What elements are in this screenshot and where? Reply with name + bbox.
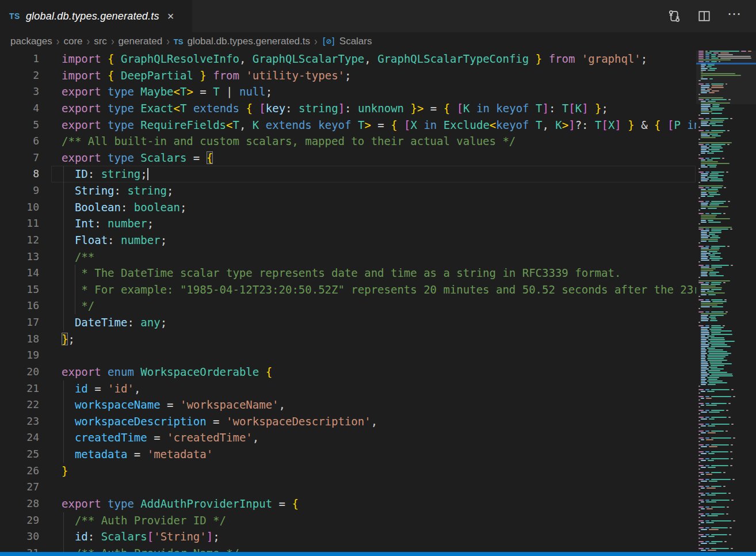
code-line[interactable]: 23 workspaceDescription = 'workspaceDesc… [0, 413, 696, 430]
code-line[interactable]: 31 /** Auth Provider Name */ [0, 545, 696, 552]
tab-title: global.db.types.generated.ts [26, 10, 159, 22]
vscode-window: TS global.db.types.generated.ts × [0, 0, 756, 556]
breadcrumb: packages›core›src›generated›TSglobal.db.… [0, 32, 756, 51]
code-text: Int: number; [62, 215, 154, 232]
code-line[interactable]: 10 Boolean: boolean; [0, 199, 696, 216]
line-number: 25 [0, 446, 39, 463]
breadcrumb-item-src[interactable]: src [94, 36, 107, 47]
minimap-cursor-line [696, 63, 756, 64]
chevron-right-icon: › [166, 35, 170, 48]
line-number: 17 [0, 314, 39, 331]
line-number: 16 [0, 298, 39, 314]
tab-bar: TS global.db.types.generated.ts × [0, 0, 756, 32]
line-number: 12 [0, 232, 39, 249]
code-line[interactable]: 7export type Scalars = { [0, 150, 696, 166]
code-text: /** [62, 249, 94, 265]
code-text: import { GraphQLResolveInfo, GraphQLScal… [62, 51, 647, 67]
line-number: 4 [0, 100, 39, 117]
code-text: }; [62, 331, 75, 348]
code-line[interactable]: 13 /** [0, 249, 696, 265]
code-editor[interactable]: 1import { GraphQLResolveInfo, GraphQLSca… [0, 51, 696, 552]
line-number: 1 [0, 51, 39, 67]
code-line[interactable]: 29 /** Auth Provider ID */ [0, 512, 696, 529]
chevron-right-icon: › [314, 35, 318, 48]
line-number: 8 [0, 166, 39, 182]
status-bar [0, 552, 756, 556]
code-text: metadata = 'metadata' [62, 446, 213, 463]
typescript-file-icon: TS [174, 37, 184, 46]
line-number: 27 [0, 479, 39, 496]
close-icon[interactable]: × [165, 9, 177, 23]
code-line[interactable]: 14 * The DateTime scalar type represents… [0, 265, 696, 281]
code-text: Float: number; [62, 232, 167, 249]
code-text: export type Exact<T extends { [key: stri… [62, 100, 608, 117]
open-changes-icon[interactable] [667, 9, 681, 23]
code-line[interactable]: 24 createdTime = 'createdTime', [0, 429, 696, 446]
code-line[interactable]: 5export type RequireFields<T, K extends … [0, 117, 696, 134]
code-text: /** Auth Provider ID */ [62, 512, 226, 529]
code-text: */ [62, 298, 94, 314]
line-number: 3 [0, 83, 39, 100]
code-line[interactable]: 28export type AddAuthProviderInput = { [0, 496, 696, 512]
code-line[interactable]: 22 workspaceName = 'workspaceName', [0, 397, 696, 413]
code-text: import { DeepPartial } from 'utility-typ… [62, 67, 351, 84]
code-line[interactable]: 2import { DeepPartial } from 'utility-ty… [0, 67, 696, 84]
line-number: 9 [0, 182, 39, 199]
code-line[interactable]: 21 id = 'id', [0, 380, 696, 397]
minimap[interactable] [696, 51, 756, 552]
code-text: String: string; [62, 182, 174, 199]
code-line[interactable]: 19 [0, 347, 696, 364]
code-line[interactable]: 6/** All built-in and custom scalars, ma… [0, 133, 696, 150]
breadcrumb-item-symbol[interactable]: Scalars [339, 36, 372, 47]
code-line[interactable]: 11 Int: number; [0, 215, 696, 232]
code-text: export enum WorkspaceOrderable { [62, 364, 272, 380]
code-line[interactable]: 12 Float: number; [0, 232, 696, 249]
code-line[interactable]: 4export type Exact<T extends { [key: str… [0, 100, 696, 117]
code-text: /** Auth Provider Name */ [62, 545, 239, 552]
code-text: ID: string; [62, 166, 148, 182]
code-line[interactable]: 9 String: string; [0, 182, 696, 199]
breadcrumb-item-generated[interactable]: generated [119, 36, 163, 47]
chevron-right-icon: › [111, 35, 114, 48]
code-line[interactable]: 27 [0, 479, 696, 496]
line-number: 14 [0, 265, 39, 281]
split-editor-icon[interactable] [697, 9, 711, 23]
code-text: } [62, 463, 68, 479]
line-number: 6 [0, 133, 39, 150]
code-line[interactable]: 26} [0, 463, 696, 479]
line-number: 11 [0, 215, 39, 232]
code-text: export type Maybe<T> = T | null; [62, 83, 272, 100]
line-number: 21 [0, 380, 39, 397]
line-number: 23 [0, 413, 39, 430]
symbol-type-icon: [⊘] [322, 36, 335, 47]
code-line[interactable]: 15 * For example: "1985-04-12T23:20:50.5… [0, 281, 696, 298]
code-text: workspaceDescription = 'workspaceDescrip… [62, 413, 377, 430]
code-text: DateTime: any; [62, 314, 167, 331]
code-line[interactable]: 16 */ [0, 298, 696, 314]
breadcrumb-item-packages[interactable]: packages [10, 36, 52, 47]
line-number: 10 [0, 199, 39, 216]
code-line[interactable]: 1import { GraphQLResolveInfo, GraphQLSca… [0, 51, 696, 67]
code-line[interactable]: 3export type Maybe<T> = T | null; [0, 83, 696, 100]
code-text: export type Scalars = { [62, 150, 213, 166]
code-text: /** All built-in and custom scalars, map… [62, 133, 516, 150]
tab-global-db-types-generated-ts[interactable]: TS global.db.types.generated.ts × [0, 0, 192, 32]
code-line[interactable]: 25 metadata = 'metadata' [0, 446, 696, 463]
code-line[interactable]: 17 DateTime: any; [0, 314, 696, 331]
code-line[interactable]: 30 id: Scalars['String']; [0, 528, 696, 545]
chevron-right-icon: › [56, 35, 60, 48]
line-number: 2 [0, 67, 39, 84]
editor-actions: ⋯ [667, 0, 756, 32]
line-number: 26 [0, 463, 39, 479]
line-number: 19 [0, 347, 39, 364]
code-line[interactable]: 8 ID: string; [0, 166, 696, 182]
minimap-slider[interactable] [696, 51, 756, 104]
breadcrumb-item-file[interactable]: global.db.types.generated.ts [187, 36, 310, 47]
code-line[interactable]: 20export enum WorkspaceOrderable { [0, 364, 696, 380]
code-text: id: Scalars['String']; [62, 528, 220, 545]
line-number: 7 [0, 150, 39, 166]
breadcrumb-item-core[interactable]: core [63, 36, 82, 47]
code-line[interactable]: 18}; [0, 331, 696, 348]
code-text: * For example: "1985-04-12T23:20:50.52Z"… [62, 281, 696, 298]
code-text: Boolean: boolean; [62, 199, 186, 216]
